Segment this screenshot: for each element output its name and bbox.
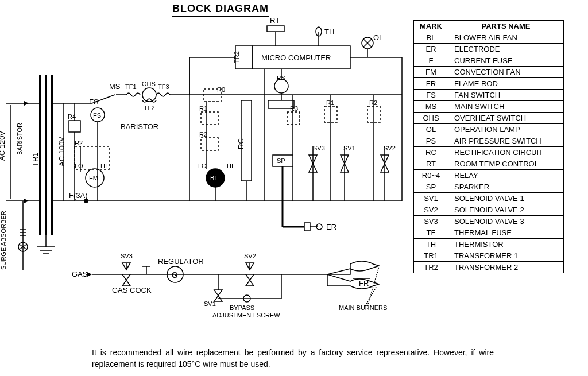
svg-text:RT: RT	[270, 16, 280, 25]
svg-text:MS: MS	[109, 82, 121, 91]
svg-rect-53	[201, 138, 218, 150]
svg-text:R4: R4	[68, 113, 76, 120]
table-row: ERELECTRODE	[414, 44, 564, 55]
table-row: FMCONVECTION FAN	[414, 67, 564, 78]
svg-text:RC: RC	[237, 138, 245, 149]
svg-text:TH: TH	[324, 28, 334, 36]
svg-text:R1: R1	[199, 105, 207, 112]
svg-text:SV2: SV2	[244, 253, 256, 259]
svg-text:TF3: TF3	[158, 83, 169, 90]
svg-rect-25	[69, 121, 80, 132]
svg-text:AC 100V: AC 100V	[57, 137, 66, 166]
table-row: FRFLAME ROD	[414, 78, 564, 90]
table-row: SV2SOLENOID VALVE 2	[414, 204, 564, 216]
table-row: R0~4RELAY	[414, 170, 564, 181]
svg-text:MICRO COMPUTER: MICRO COMPUTER	[261, 53, 331, 62]
svg-text:LO: LO	[75, 162, 83, 169]
table-row: OLOPERATION LAMP	[414, 124, 564, 135]
svg-point-42	[142, 88, 156, 102]
table-row: RTROOM TEMP CONTROL	[414, 158, 564, 170]
parts-table: MARK PARTS NAME BLBLOWER AIR FANERELECTR…	[413, 20, 564, 273]
table-row: RCRECTIFICATION CIRCUIT	[414, 147, 564, 158]
table-row: SV1SOLENOID VALVE 1	[414, 193, 564, 204]
table-row: MSMAIN SWITCH	[414, 101, 564, 113]
svg-rect-71	[267, 26, 284, 32]
table-row: THTHERMISTOR	[414, 239, 564, 250]
svg-text:R2: R2	[75, 139, 83, 146]
svg-text:LO: LO	[198, 162, 207, 169]
svg-text:BARISTOR: BARISTOR	[16, 123, 23, 155]
parts-header-name: PARTS NAME	[448, 21, 564, 32]
svg-text:HI: HI	[227, 162, 233, 169]
svg-text:SURGE ABSORBER: SURGE ABSORBER	[0, 211, 7, 270]
table-row: FSFAN SWITCH	[414, 90, 564, 101]
svg-text:BL: BL	[210, 175, 218, 181]
table-row: TR2TRANSFORMER 2	[414, 262, 564, 273]
svg-rect-87	[287, 112, 300, 125]
svg-text:SV1: SV1	[204, 300, 216, 307]
table-row: SPSPARKER	[414, 181, 564, 193]
svg-text:R0: R0	[217, 86, 225, 93]
svg-text:SV1: SV1	[343, 145, 355, 152]
svg-text:OHS: OHS	[142, 80, 156, 87]
svg-text:REGULATOR: REGULATOR	[158, 257, 204, 266]
table-row: TR1TRANSFORMER 1	[414, 250, 564, 262]
svg-text:SV2: SV2	[384, 145, 396, 152]
svg-text:R3: R3	[290, 105, 298, 112]
table-row: PSAIR PRESSURE SWITCH	[414, 135, 564, 147]
svg-text:AC 120V: AC 120V	[0, 131, 6, 161]
svg-text:TF1: TF1	[125, 83, 137, 90]
svg-text:TF2: TF2	[144, 104, 155, 111]
svg-text:FM: FM	[89, 175, 98, 181]
svg-text:F(3A): F(3A)	[69, 191, 88, 200]
svg-text:FR: FR	[359, 279, 369, 288]
svg-rect-106	[304, 223, 310, 231]
table-row: TFTHERMAL FUSE	[414, 227, 564, 239]
table-row: OHSOVERHEAT SWITCH	[414, 113, 564, 124]
svg-text:HI: HI	[100, 162, 107, 169]
svg-text:ER: ER	[326, 223, 336, 231]
table-row: BLBLOWER AIR FAN	[414, 32, 564, 44]
svg-text:SV3: SV3	[313, 145, 325, 152]
svg-text:TR1: TR1	[31, 152, 40, 166]
svg-text:FS: FS	[89, 98, 99, 106]
svg-text:G: G	[172, 270, 178, 280]
schematic-diagram: AC 120V TR1 BARISTOR AC 100V SURGE ABSOR…	[0, 0, 413, 344]
svg-text:GAS COCK: GAS COCK	[112, 286, 152, 294]
svg-text:MAIN BURNERS: MAIN BURNERS	[339, 304, 387, 311]
footer-note: It is recommended all wire replacement b…	[92, 347, 494, 370]
svg-text:BARISTOR: BARISTOR	[121, 122, 158, 131]
table-row: FCURRENT FUSE	[414, 55, 564, 67]
svg-text:R1: R1	[326, 99, 334, 106]
svg-rect-51	[201, 112, 218, 125]
svg-text:R2: R2	[199, 131, 207, 138]
svg-text:GAS: GAS	[72, 270, 88, 278]
svg-text:OL: OL	[373, 33, 383, 42]
svg-text:SP: SP	[277, 157, 285, 164]
svg-text:ADJUSTMENT SCREW: ADJUSTMENT SCREW	[212, 312, 280, 319]
svg-text:FS: FS	[93, 112, 101, 119]
table-row: SV3SOLENOID VALVE 3	[414, 216, 564, 227]
svg-text:BYPASS: BYPASS	[230, 304, 254, 311]
svg-text:R2: R2	[369, 99, 377, 106]
parts-header-mark: MARK	[414, 21, 448, 32]
svg-text:SV3: SV3	[121, 253, 133, 259]
